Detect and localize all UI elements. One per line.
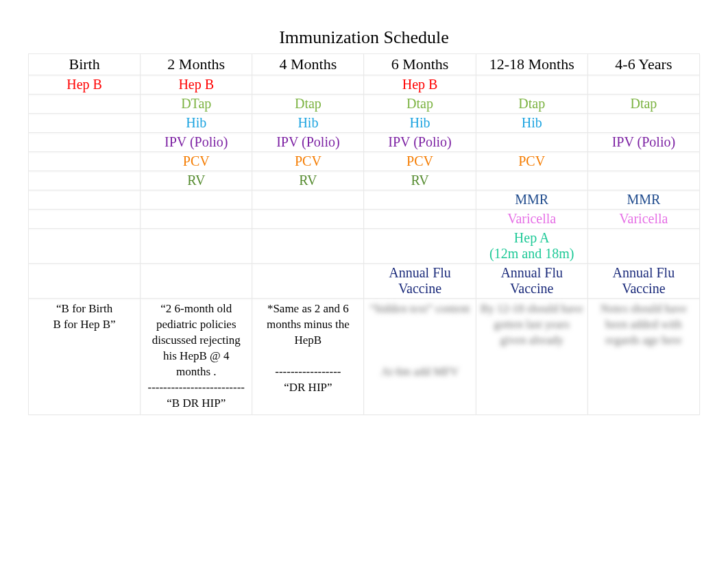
- cell: [252, 264, 364, 299]
- cell: PCV: [364, 152, 476, 171]
- cell: MMR: [587, 190, 699, 210]
- schedule-table: Birth 2 Months 4 Months 6 Months 12-18 M…: [28, 53, 700, 415]
- cell: IPV (Polio): [364, 133, 476, 152]
- legend: HepB: Hepatitis B DTap: Diphtheria, Teta…: [33, 425, 714, 525]
- cell: Hib: [141, 114, 252, 133]
- cell: RV: [364, 171, 476, 190]
- cell: [364, 210, 476, 229]
- cell: [587, 75, 699, 95]
- row-varicella: Varicella Varicella: [29, 210, 700, 229]
- cell: Dtap: [587, 95, 699, 114]
- cell: MMR: [476, 190, 587, 210]
- blurred-text: Notes should have been added with regard…: [600, 302, 687, 347]
- note-4months: *Same as 2 and 6 months minus the HepB -…: [252, 299, 364, 415]
- cell: [252, 229, 364, 264]
- cell: [29, 133, 141, 152]
- cell: [29, 264, 141, 299]
- blurred-text: “hidden text” content: [370, 302, 470, 315]
- cell: Annual Flu Vaccine: [364, 264, 476, 299]
- cell: Hep B: [29, 75, 141, 95]
- cell: Dtap: [252, 95, 364, 114]
- cell: [587, 114, 699, 133]
- cell: Varicella: [476, 210, 587, 229]
- cell: [29, 152, 141, 171]
- legend-dtap: DTap: Diphtheria, Tetanus, Pertussis: [33, 439, 714, 453]
- cell: Dtap: [364, 95, 476, 114]
- row-mmr: MMR MMR: [29, 190, 700, 210]
- cell: PCV: [141, 152, 252, 171]
- row-dtap: DTap Dtap Dtap Dtap Dtap: [29, 95, 700, 114]
- cell: Dtap: [476, 95, 587, 114]
- col-4months: 4 Months: [252, 54, 364, 75]
- legend-varicella: Varicella: Chickenpox: [33, 511, 714, 525]
- cell: [476, 171, 587, 190]
- note-12-18months: By 12-18 should have gotten last years g…: [476, 299, 587, 415]
- cell: DTap: [141, 95, 252, 114]
- legend-mmr: MMR: Measles, Mumps, Rubella: [33, 497, 714, 511]
- cell: PCV: [476, 152, 587, 171]
- cell: [364, 190, 476, 210]
- row-ipv: IPV (Polio) IPV (Polio) IPV (Polio) IPV …: [29, 133, 700, 152]
- row-hib: Hib Hib Hib Hib: [29, 114, 700, 133]
- legend-pcv: PCV: Pneumococcal conjugate vaccine: [33, 468, 714, 482]
- note-2months: “2 6-month old pediatric policies discus…: [141, 299, 252, 415]
- row-notes: “B for Birth B for Hep B” “2 6-month old…: [29, 299, 700, 415]
- row-hepa: Hep A (12m and 18m): [29, 229, 700, 264]
- cell: [252, 190, 364, 210]
- cell: [29, 114, 141, 133]
- cell: Hep B: [141, 75, 252, 95]
- blurred-text: By 12-18 should have gotten last years g…: [481, 302, 583, 347]
- cell: RV: [141, 171, 252, 190]
- note-4-6years: Notes should have been added with regard…: [587, 299, 699, 415]
- cell: Hib: [364, 114, 476, 133]
- cell: [252, 210, 364, 229]
- row-flu: Annual Flu Vaccine Annual Flu Vaccine An…: [29, 264, 700, 299]
- cell: Hep A (12m and 18m): [476, 229, 587, 264]
- row-rv: RV RV RV: [29, 171, 700, 190]
- cell: [29, 229, 141, 264]
- table-header-row: Birth 2 Months 4 Months 6 Months 12-18 M…: [29, 54, 700, 75]
- col-birth: Birth: [29, 54, 141, 75]
- page-title: Immunization Schedule: [14, 27, 714, 48]
- legend-rv: RV: Rotavirus (oral): [33, 482, 714, 497]
- cell: [141, 210, 252, 229]
- note-6months: “hidden text” content At 6m add MFV: [364, 299, 476, 415]
- cell: [364, 229, 476, 264]
- cell: [29, 171, 141, 190]
- cell: [29, 95, 141, 114]
- col-12-18months: 12-18 Months: [476, 54, 587, 75]
- cell: [141, 190, 252, 210]
- cell: RV: [252, 171, 364, 190]
- cell: IPV (Polio): [252, 133, 364, 152]
- legend-hepb: HepB: Hepatitis B: [33, 425, 714, 439]
- cell: Hep B: [364, 75, 476, 95]
- cell: [141, 229, 252, 264]
- blurred-mnemonic: At 6m add MFV: [381, 365, 459, 378]
- row-hepb: Hep B Hep B Hep B: [29, 75, 700, 95]
- col-6months: 6 Months: [364, 54, 476, 75]
- cell: Annual Flu Vaccine: [587, 264, 699, 299]
- cell: IPV (Polio): [141, 133, 252, 152]
- cell: [476, 133, 587, 152]
- cell: Varicella: [587, 210, 699, 229]
- row-pcv: PCV PCV PCV PCV: [29, 152, 700, 171]
- col-2months: 2 Months: [141, 54, 252, 75]
- cell: [29, 210, 141, 229]
- cell: [587, 229, 699, 264]
- cell: [587, 152, 699, 171]
- cell: Annual Flu Vaccine: [476, 264, 587, 299]
- cell: [252, 75, 364, 95]
- cell: [587, 171, 699, 190]
- legend-hib: Hib: Haemophilus influenza type B (preve…: [33, 453, 714, 468]
- note-birth: “B for Birth B for Hep B”: [29, 299, 141, 415]
- cell: Hib: [476, 114, 587, 133]
- cell: Hib: [252, 114, 364, 133]
- cell: [476, 75, 587, 95]
- col-4-6years: 4-6 Years: [587, 54, 699, 75]
- cell: IPV (Polio): [587, 133, 699, 152]
- cell: [141, 264, 252, 299]
- cell: [29, 190, 141, 210]
- cell: PCV: [252, 152, 364, 171]
